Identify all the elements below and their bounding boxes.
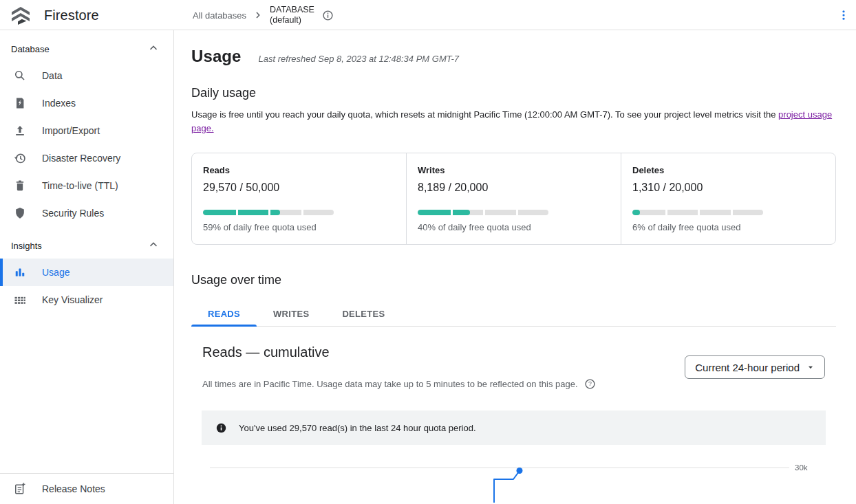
breadcrumb: All databases DATABASE (default) [193, 0, 334, 30]
firestore-logo-icon [10, 4, 32, 26]
breadcrumb-all-databases[interactable]: All databases [193, 10, 246, 21]
sidebar-item-ttl[interactable]: Time-to-live (TTL) [0, 172, 173, 199]
sidebar-item-disaster-recovery[interactable]: Disaster Recovery [0, 144, 173, 172]
sidebar-item-data[interactable]: Data [0, 62, 173, 89]
chevron-right-icon [253, 10, 264, 21]
daily-quota-card: Reads 29,570 / 50,000 59% of daily free … [191, 153, 836, 245]
deletes-progress-bar [632, 210, 763, 215]
database-info-icon[interactable] [322, 10, 334, 21]
description-text: Usage is free until you reach your daily… [191, 109, 778, 120]
period-selector-value: Current 24-hour period [695, 362, 800, 373]
last-refreshed-text: Last refreshed Sep 8, 2023 at 12:48:34 P… [259, 54, 459, 64]
info-banner-text: You've used 29,570 read(s) in the last 2… [239, 423, 476, 433]
bar-chart-icon [12, 265, 28, 280]
sidebar-item-label: Key Visualizer [42, 294, 103, 305]
sidebar-item-usage[interactable]: Usage [0, 259, 173, 286]
chart-data-point [517, 468, 523, 474]
tab-reads[interactable]: READS [191, 302, 257, 326]
sidebar: Database Data Indexes Im [0, 30, 174, 504]
search-icon [12, 68, 28, 83]
document-bolt-icon [12, 96, 28, 111]
deletes-label: Deletes [632, 165, 824, 175]
reads-panel: Reads — cumulative All times are in Paci… [191, 344, 836, 504]
timezone-note-text: All times are in Pacific Time. Usage dat… [202, 379, 578, 389]
sidebar-item-label: Data [42, 70, 63, 81]
reads-info-banner: You've used 29,570 read(s) in the last 2… [202, 410, 826, 445]
writes-progress-bar [418, 210, 548, 215]
app-title: Firestore [44, 8, 99, 23]
daily-usage-heading: Daily usage [191, 86, 836, 100]
breadcrumb-current-database: DATABASE (default) [270, 5, 312, 25]
app-header: Firestore All databases DATABASE (defaul… [0, 0, 856, 30]
sidebar-item-import-export[interactable]: Import/Export [0, 117, 173, 144]
sidebar-item-label: Indexes [42, 98, 76, 109]
sidebar-item-label: Usage [42, 267, 69, 278]
caret-down-icon [806, 363, 815, 371]
deletes-caption: 6% of daily free quota used [632, 222, 824, 232]
help-icon[interactable]: ? [584, 378, 596, 390]
svg-text:?: ? [588, 380, 592, 387]
main-content: Usage Last refreshed Sep 8, 2023 at 12:4… [174, 30, 856, 504]
more-options-menu-icon[interactable] [835, 7, 852, 23]
sidebar-item-label: Import/Export [42, 125, 100, 136]
writes-caption: 40% of daily free quota used [418, 222, 610, 232]
sidebar-item-label: Security Rules [42, 208, 104, 219]
reads-value: 29,570 / 50,000 [203, 182, 395, 194]
section-label-database: Database [11, 44, 50, 54]
chart-line [494, 472, 519, 503]
shield-icon [12, 206, 28, 221]
chevron-up-icon [147, 42, 160, 56]
release-notes-icon [12, 481, 28, 496]
tab-writes[interactable]: WRITES [257, 302, 325, 326]
sidebar-item-label: Release Notes [42, 483, 105, 494]
sidebar-item-release-notes[interactable]: Release Notes [0, 473, 173, 504]
section-label-insights: Insights [11, 241, 42, 251]
chart-ytick-30k: 30k [795, 463, 808, 472]
sidebar-section-database[interactable]: Database [0, 36, 173, 62]
sidebar-section-insights[interactable]: Insights [0, 232, 173, 259]
sidebar-item-label: Time-to-live (TTL) [42, 180, 118, 191]
sidebar-item-indexes[interactable]: Indexes [0, 89, 173, 117]
deletes-value: 1,310 / 20,000 [632, 182, 824, 194]
reads-quota-column: Reads 29,570 / 50,000 59% of daily free … [192, 153, 406, 244]
daily-usage-description: Usage is free until you reach your daily… [191, 108, 836, 135]
reads-progress-bar [203, 210, 334, 215]
reads-chart: 30k [191, 452, 836, 504]
deletes-quota-column: Deletes 1,310 / 20,000 6% of daily free … [621, 153, 835, 244]
sidebar-item-label: Disaster Recovery [42, 153, 120, 164]
timezone-note: All times are in Pacific Time. Usage dat… [202, 378, 596, 390]
page-title: Usage [191, 47, 242, 66]
usage-over-time-heading: Usage over time [191, 273, 836, 287]
sidebar-item-security-rules[interactable]: Security Rules [0, 199, 173, 227]
writes-value: 8,189 / 20,000 [418, 182, 610, 194]
info-filled-icon [215, 422, 227, 434]
upload-icon [12, 123, 28, 138]
reads-caption: 59% of daily free quota used [203, 222, 395, 232]
firestore-home-link[interactable]: Firestore [10, 0, 99, 30]
chevron-up-icon [147, 239, 160, 253]
period-selector-dropdown[interactable]: Current 24-hour period [685, 355, 825, 379]
reads-label: Reads [203, 165, 395, 175]
writes-label: Writes [418, 165, 610, 175]
usage-tabs: READS WRITES DELETES [191, 302, 836, 327]
writes-quota-column: Writes 8,189 / 20,000 40% of daily free … [406, 153, 621, 244]
trash-icon [12, 178, 28, 193]
history-icon [12, 151, 28, 166]
grid-icon [12, 292, 28, 307]
sidebar-item-key-visualizer[interactable]: Key Visualizer [0, 286, 173, 314]
tab-deletes[interactable]: DELETES [325, 302, 401, 326]
